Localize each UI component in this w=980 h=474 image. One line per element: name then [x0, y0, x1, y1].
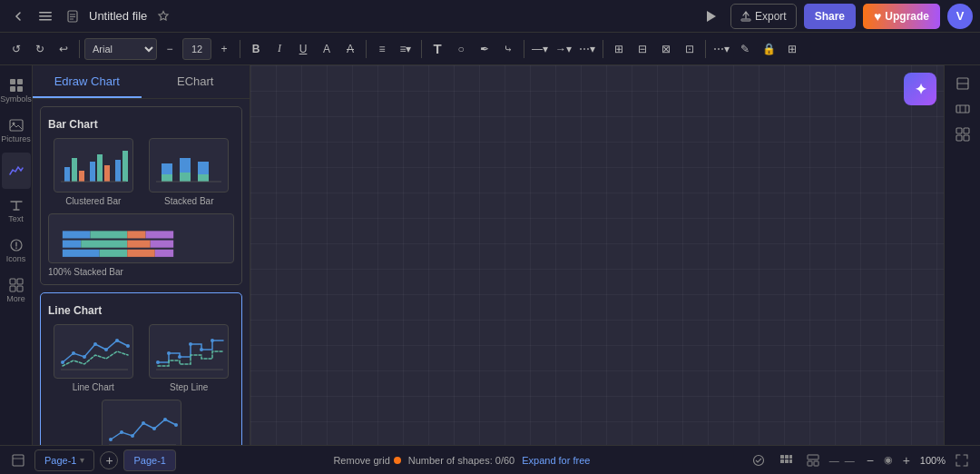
svg-rect-41: [63, 250, 100, 257]
fit-view-button[interactable]: [951, 449, 973, 471]
shapes-count: Number of shapes: 0/60: [408, 455, 514, 466]
connector-tool-button[interactable]: ⤷: [497, 37, 519, 61]
page-tab-1[interactable]: Page-1 ▾: [34, 449, 94, 471]
100-stacked-bar-thumb[interactable]: [48, 213, 234, 263]
remove-grid-button[interactable]: Remove grid: [333, 455, 400, 466]
layout-button[interactable]: [802, 449, 824, 471]
zoom-in-button[interactable]: +: [897, 450, 916, 470]
underline-button[interactable]: U: [292, 37, 314, 61]
right-panel-btn-2[interactable]: [952, 98, 974, 120]
right-panel-btn-1[interactable]: [952, 73, 974, 94]
chart-item-clustered-bar[interactable]: Clustered Bar: [48, 138, 139, 206]
font-size-increase[interactable]: +: [213, 37, 235, 61]
chart-item-100-stacked-bar[interactable]: 100% Stacked Bar: [48, 213, 234, 277]
share-button[interactable]: Share: [804, 4, 856, 29]
svg-rect-36: [146, 231, 174, 238]
export-button[interactable]: Export: [730, 4, 797, 29]
text-tool-button[interactable]: T: [426, 37, 448, 61]
align-left-button[interactable]: ≡: [371, 37, 393, 61]
svg-rect-86: [785, 459, 789, 463]
font-size-decrease[interactable]: −: [159, 37, 181, 61]
italic-button[interactable]: I: [269, 37, 290, 61]
sidebar-item-pictures[interactable]: Pictures: [2, 113, 31, 149]
svg-rect-35: [127, 231, 145, 238]
chart-item-step-line[interactable]: Step Line: [144, 324, 235, 392]
tab-edraw-chart[interactable]: Edraw Chart: [33, 65, 142, 98]
layer-button[interactable]: ⊞: [608, 37, 630, 61]
align-options-button[interactable]: ≡▾: [395, 37, 416, 61]
canvas-button[interactable]: ⊞: [781, 37, 803, 61]
line-style-button[interactable]: —▾: [529, 37, 551, 61]
tab-echart[interactable]: EChart: [142, 65, 250, 98]
svg-rect-24: [122, 151, 128, 182]
edit-button[interactable]: ✎: [734, 37, 756, 61]
favorite-button[interactable]: [152, 5, 174, 27]
bold-button[interactable]: B: [245, 37, 267, 61]
arrow-style-button[interactable]: →▾: [553, 37, 574, 61]
zoom-out-button[interactable]: −: [860, 450, 880, 470]
grid-view-button[interactable]: [775, 449, 797, 471]
bottom-center: Remove grid Number of shapes: 0/60 Expan…: [181, 455, 742, 466]
sidebar-item-text[interactable]: Text: [2, 193, 31, 229]
svg-point-56: [189, 342, 192, 346]
svg-rect-13: [10, 279, 15, 284]
dash-style-button[interactable]: ⋯▾: [576, 37, 598, 61]
status-button[interactable]: [748, 449, 769, 471]
play-button[interactable]: [698, 4, 723, 29]
svg-rect-34: [90, 231, 127, 238]
canvas-grid: [250, 65, 944, 445]
font-size-input[interactable]: [182, 38, 211, 60]
step-line-thumb[interactable]: [149, 324, 229, 379]
svg-rect-23: [115, 160, 121, 182]
lock-button[interactable]: 🔒: [758, 37, 779, 61]
svg-rect-30: [198, 162, 209, 174]
arrange-button[interactable]: ⊠: [655, 37, 677, 61]
more-options-button[interactable]: ⋯▾: [710, 37, 732, 61]
undo-button[interactable]: ↺: [5, 37, 27, 61]
avatar[interactable]: V: [947, 4, 973, 29]
format-button[interactable]: ↩: [53, 37, 74, 61]
svg-point-55: [178, 355, 181, 359]
canvas-area[interactable]: ✦: [250, 65, 944, 445]
pen-tool-button[interactable]: ✒: [474, 37, 495, 61]
export-label: Export: [755, 10, 787, 23]
strikethrough-button[interactable]: A: [339, 37, 361, 61]
svg-rect-39: [127, 241, 150, 248]
main-area: Symbols Pictures Text I: [0, 65, 980, 445]
chart-item-stacked-bar[interactable]: Stacked Bar: [144, 138, 235, 206]
add-page-button[interactable]: +: [100, 451, 118, 469]
menu-button[interactable]: [34, 5, 56, 27]
stacked-bar-thumb[interactable]: [149, 138, 229, 193]
toolbar: ↺ ↻ ↩ Arial Times New Roman Helvetica − …: [0, 33, 980, 65]
svg-rect-14: [17, 279, 23, 284]
shape-tool-button[interactable]: ○: [450, 37, 472, 61]
svg-rect-7: [17, 79, 23, 84]
font-family-select[interactable]: Arial Times New Roman Helvetica: [84, 38, 157, 60]
clustered-bar-thumb[interactable]: [54, 138, 133, 193]
upgrade-button[interactable]: ♥ Upgrade: [863, 4, 940, 29]
svg-point-47: [83, 355, 86, 359]
chart-item-100-line[interactable]: 100% Line: [48, 400, 234, 445]
page-tab-active[interactable]: Page-1: [123, 449, 175, 471]
redo-button[interactable]: ↻: [29, 37, 51, 61]
svg-rect-90: [814, 461, 818, 466]
100-line-thumb[interactable]: [102, 400, 181, 445]
sidebar-item-icons[interactable]: Icons: [2, 232, 31, 269]
toggle-pages-button[interactable]: [7, 449, 29, 471]
line-chart-section: Line Chart: [40, 292, 242, 445]
sidebar-item-more[interactable]: More: [2, 272, 31, 309]
sidebar-item-chart[interactable]: [2, 153, 31, 189]
svg-rect-83: [785, 455, 789, 459]
svg-rect-79: [13, 455, 24, 466]
expand-free-link[interactable]: Expand for free: [522, 455, 590, 466]
chart-item-line-chart[interactable]: Line Chart: [48, 324, 139, 392]
group-button[interactable]: ⊟: [632, 37, 653, 61]
svg-rect-8: [10, 86, 15, 92]
line-chart-thumb[interactable]: [54, 324, 133, 379]
sidebar-item-symbols[interactable]: Symbols: [2, 73, 31, 109]
svg-point-60: [109, 438, 113, 441]
font-color-button[interactable]: A: [316, 37, 338, 61]
right-panel-btn-3[interactable]: [952, 123, 974, 145]
distribute-button[interactable]: ⊡: [679, 37, 701, 61]
back-button[interactable]: [7, 5, 29, 27]
